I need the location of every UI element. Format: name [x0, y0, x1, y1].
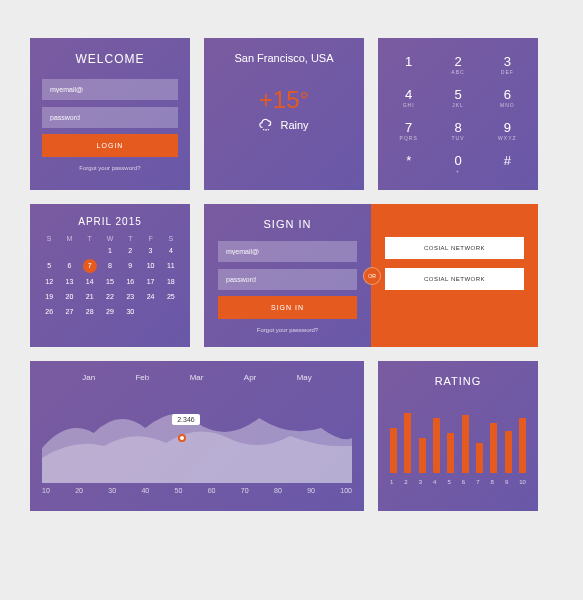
chart-xtick: 40 [141, 487, 149, 494]
calendar-day[interactable]: 18 [162, 275, 180, 288]
rain-icon [259, 118, 273, 134]
rating-bar [433, 418, 440, 473]
calendar-dow: S [40, 235, 58, 242]
calendar-day[interactable]: 30 [121, 305, 139, 318]
rating-bar [519, 418, 526, 473]
rating-xtick: 4 [433, 479, 436, 485]
chart-xtick: 70 [241, 487, 249, 494]
calendar-day[interactable]: 21 [81, 290, 99, 303]
calendar-day[interactable]: 20 [60, 290, 78, 303]
rating-bar [505, 431, 512, 473]
weather-condition-text: Rainy [280, 119, 308, 131]
keypad-key-#[interactable]: # [483, 147, 532, 180]
chart-xtick: 30 [108, 487, 116, 494]
chart-month-label: May [297, 373, 312, 382]
rating-xtick: 7 [476, 479, 479, 485]
password-input[interactable] [42, 107, 178, 128]
keypad-key-7[interactable]: 7PQRS [384, 114, 433, 147]
signin-password-input[interactable] [218, 269, 357, 290]
keypad-key-5[interactable]: 5JKL [433, 81, 482, 114]
weather-condition: Rainy [214, 118, 354, 134]
calendar-day[interactable]: 10 [141, 259, 159, 273]
keypad-key-0[interactable]: 0+ [433, 147, 482, 180]
calendar-dow: W [101, 235, 119, 242]
social-button-1[interactable]: COSIAL NETWORK [385, 237, 524, 259]
weather-temp: +15° [214, 86, 354, 114]
email-input[interactable] [42, 79, 178, 100]
calendar-day[interactable]: 13 [60, 275, 78, 288]
weather-location: San Francisco, USA [214, 52, 354, 64]
calendar-day[interactable]: 3 [141, 244, 159, 257]
rating-bar [404, 413, 411, 473]
calendar-day[interactable]: 16 [121, 275, 139, 288]
calendar-day[interactable]: 24 [141, 290, 159, 303]
welcome-title: WELCOME [42, 52, 178, 66]
weather-card: San Francisco, USA +15° Rainy [204, 38, 364, 190]
keypad-key-*[interactable]: * [384, 147, 433, 180]
rating-xtick: 5 [447, 479, 450, 485]
calendar-dow: S [162, 235, 180, 242]
signin-forgot-link[interactable]: Forgot your password? [218, 327, 357, 333]
calendar-day[interactable]: 27 [60, 305, 78, 318]
calendar-day[interactable]: 1 [101, 244, 119, 257]
calendar-day[interactable]: 8 [101, 259, 119, 273]
calendar-day[interactable]: 5 [40, 259, 58, 273]
calendar-day[interactable]: 7 [83, 259, 97, 273]
calendar-day[interactable]: 4 [162, 244, 180, 257]
keypad-key-4[interactable]: 4GHI [384, 81, 433, 114]
rating-title: RATING [390, 375, 526, 387]
calendar-day[interactable]: 2 [121, 244, 139, 257]
calendar-title: APRIL 2015 [40, 216, 180, 227]
rating-bar [447, 433, 454, 473]
chart-month-label: Apr [244, 373, 256, 382]
calendar-dow: M [60, 235, 78, 242]
calendar-day[interactable]: 29 [101, 305, 119, 318]
rating-bar [390, 428, 397, 473]
calendar-dow: F [141, 235, 159, 242]
keypad-key-3[interactable]: 3DEF [483, 48, 532, 81]
chart-month-label: Mar [190, 373, 204, 382]
chart-xtick: 10 [42, 487, 50, 494]
rating-xtick: 1 [390, 479, 393, 485]
login-button[interactable]: LOGIN [42, 134, 178, 157]
forgot-password-link[interactable]: Forgot your password? [42, 165, 178, 171]
signin-button[interactable]: SIGN IN [218, 296, 357, 319]
calendar-day[interactable]: 14 [81, 275, 99, 288]
calendar-day[interactable]: 19 [40, 290, 58, 303]
keypad-key-6[interactable]: 6MNO [483, 81, 532, 114]
rating-bar [462, 415, 469, 473]
calendar-day[interactable]: 22 [101, 290, 119, 303]
welcome-card: WELCOME LOGIN Forgot your password? [30, 38, 190, 190]
calendar-day[interactable]: 15 [101, 275, 119, 288]
calendar-day[interactable]: 26 [40, 305, 58, 318]
rating-bar [419, 438, 426, 473]
keypad-key-1[interactable]: 1 [384, 48, 433, 81]
keypad-key-8[interactable]: 8TUV [433, 114, 482, 147]
rating-xtick: 9 [505, 479, 508, 485]
rating-xtick: 2 [404, 479, 407, 485]
keypad-key-9[interactable]: 9WXYZ [483, 114, 532, 147]
calendar-day[interactable]: 25 [162, 290, 180, 303]
chart-tooltip: 2.346 [172, 414, 200, 425]
rating-xtick: 3 [419, 479, 422, 485]
calendar-card: APRIL 2015 SMTWTFS1234567891011121314151… [30, 204, 190, 347]
chart-month-label: Feb [135, 373, 149, 382]
calendar-day[interactable]: 17 [141, 275, 159, 288]
keypad-card: 12ABC3DEF4GHI5JKL6MNO7PQRS8TUV9WXYZ*0+# [378, 38, 538, 190]
area-chart: 2.346 [42, 388, 352, 483]
calendar-day[interactable]: 28 [81, 305, 99, 318]
calendar-day[interactable]: 11 [162, 259, 180, 273]
calendar-dow: T [121, 235, 139, 242]
keypad-key-2[interactable]: 2ABC [433, 48, 482, 81]
rating-bar [476, 443, 483, 473]
rating-card: RATING 12345678910 [378, 361, 538, 511]
social-button-2[interactable]: COSIAL NETWORK [385, 268, 524, 290]
signin-email-input[interactable] [218, 241, 357, 262]
rating-xtick: 10 [519, 479, 526, 485]
calendar-day[interactable]: 6 [60, 259, 78, 273]
calendar-day[interactable]: 9 [121, 259, 139, 273]
chart-month-label: Jan [82, 373, 95, 382]
calendar-day[interactable]: 23 [121, 290, 139, 303]
calendar-day[interactable]: 12 [40, 275, 58, 288]
signin-title: SIGN IN [218, 218, 357, 230]
